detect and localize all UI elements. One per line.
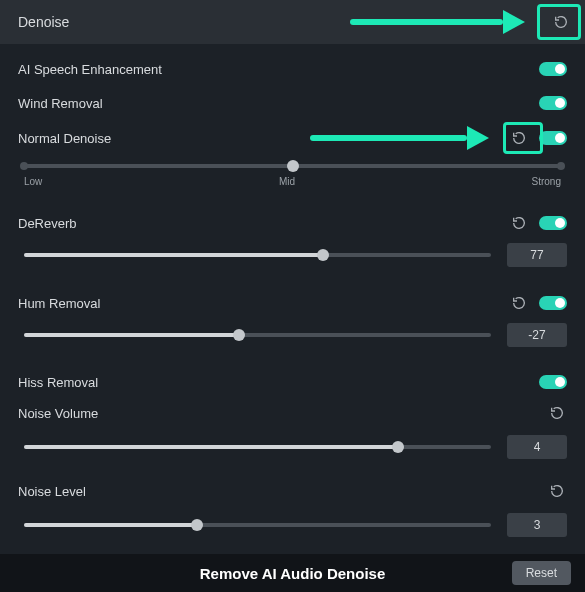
dereverb-slider[interactable] xyxy=(24,249,491,261)
noise-level-reset-icon[interactable] xyxy=(547,481,567,501)
normal-denoise-reset-icon[interactable] xyxy=(509,128,529,148)
footer-reset-button[interactable]: Reset xyxy=(512,561,571,585)
noise-level-row: Noise Level xyxy=(0,477,585,511)
noise-volume-value[interactable]: 4 xyxy=(507,435,567,459)
panel-header: Denoise xyxy=(0,0,585,44)
noise-level-label: Noise Level xyxy=(18,484,86,499)
tick-strong: Strong xyxy=(532,176,561,187)
dereverb-thumb[interactable] xyxy=(317,249,329,261)
noise-level-value[interactable]: 3 xyxy=(507,513,567,537)
hiss-label: Hiss Removal xyxy=(18,375,98,390)
hum-label: Hum Removal xyxy=(18,296,100,311)
reset-all-icon[interactable] xyxy=(551,12,571,32)
dereverb-label: DeReverb xyxy=(18,216,77,231)
noise-volume-slider[interactable] xyxy=(24,441,491,453)
ai-speech-row: AI Speech Enhancement xyxy=(0,52,585,86)
normal-denoise-label: Normal Denoise xyxy=(18,131,111,146)
noise-volume-reset-icon[interactable] xyxy=(547,403,567,423)
dereverb-row: DeReverb xyxy=(0,205,585,241)
footer-bar: Remove AI Audio Denoise Reset xyxy=(0,554,585,592)
panel-title: Denoise xyxy=(18,14,69,30)
hum-row: Hum Removal xyxy=(0,285,585,321)
footer-caption: Remove AI Audio Denoise xyxy=(200,565,386,582)
hiss-row: Hiss Removal xyxy=(0,365,585,399)
wind-toggle[interactable] xyxy=(539,96,567,110)
normal-denoise-slider[interactable]: Low Mid Strong xyxy=(0,156,585,197)
noise-level-slider[interactable] xyxy=(24,519,491,531)
dereverb-slider-row: 77 xyxy=(0,241,585,277)
hum-reset-icon[interactable] xyxy=(509,293,529,313)
noise-volume-thumb[interactable] xyxy=(392,441,404,453)
annotation-arrow-1 xyxy=(350,0,525,44)
tick-mid: Mid xyxy=(279,176,295,187)
noise-volume-row: Noise Volume xyxy=(0,399,585,433)
normal-denoise-row: Normal Denoise xyxy=(0,120,585,156)
hum-value[interactable]: -27 xyxy=(507,323,567,347)
ai-speech-label: AI Speech Enhancement xyxy=(18,62,162,77)
noise-volume-slider-row: 4 xyxy=(0,433,585,469)
noise-level-slider-row: 3 xyxy=(0,511,585,547)
normal-denoise-thumb[interactable] xyxy=(287,160,299,172)
wind-row: Wind Removal xyxy=(0,86,585,120)
dereverb-value[interactable]: 77 xyxy=(507,243,567,267)
dereverb-reset-icon[interactable] xyxy=(509,213,529,233)
hum-thumb[interactable] xyxy=(233,329,245,341)
hiss-toggle[interactable] xyxy=(539,375,567,389)
annotation-arrow-2 xyxy=(310,120,489,156)
normal-denoise-toggle[interactable] xyxy=(539,131,567,145)
hum-toggle[interactable] xyxy=(539,296,567,310)
hum-slider[interactable] xyxy=(24,329,491,341)
tick-low: Low xyxy=(24,176,42,187)
wind-label: Wind Removal xyxy=(18,96,103,111)
noise-volume-label: Noise Volume xyxy=(18,406,98,421)
ai-speech-toggle[interactable] xyxy=(539,62,567,76)
hum-slider-row: -27 xyxy=(0,321,585,357)
noise-level-thumb[interactable] xyxy=(191,519,203,531)
dereverb-toggle[interactable] xyxy=(539,216,567,230)
